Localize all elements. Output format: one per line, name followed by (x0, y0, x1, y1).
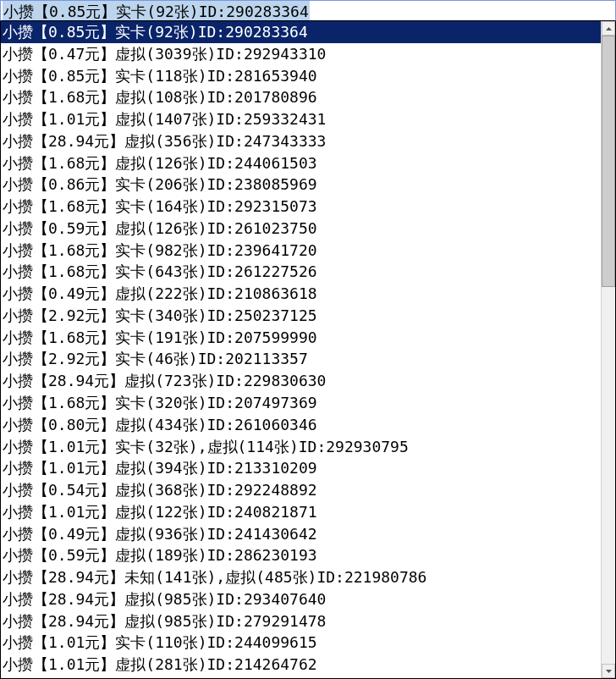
combo-option[interactable]: 小攒【1.01元】实卡(110张)ID:244099615 (1, 632, 601, 654)
combo-option-label: 小攒【1.68元】虚拟(108张)ID:201780896 (3, 88, 317, 106)
combo-option-label: 小攒【28.94元】虚拟(985张)ID:293407640 (3, 590, 326, 608)
combo-option-label: 小攒【1.01元】虚拟(394张)ID:213310209 (3, 459, 317, 477)
combo-option[interactable]: 小攒【1.01元】虚拟(281张)ID:214264762 (1, 654, 601, 676)
combo-option-label: 小攒【0.80元】虚拟(434张)ID:261060346 (3, 416, 317, 433)
combo-option-label: 小攒【0.49元】虚拟(222张)ID:210863618 (3, 284, 317, 302)
combo-option[interactable]: 小攒【0.54元】虚拟(368张)ID:292248892 (1, 479, 601, 501)
combo-option-label: 小攒【1.01元】实卡(110张)ID:244099615 (3, 633, 317, 651)
combo-option-label: 小攒【2.92元】实卡(340张)ID:250237125 (3, 306, 317, 324)
scroll-thumb[interactable] (602, 36, 615, 287)
combo-option-label: 小攒【1.68元】实卡(164张)ID:292315073 (3, 197, 317, 215)
svg-marker-0 (606, 27, 612, 30)
combo-option-label: 小攒【0.85元】实卡(92张)ID:290283364 (3, 23, 308, 41)
combo-option-list[interactable]: 小攒【0.85元】实卡(92张)ID:290283364小攒【0.47元】虚拟(… (1, 21, 601, 678)
combo-option-label: 小攒【1.01元】虚拟(281张)ID:214264762 (3, 655, 317, 673)
svg-marker-1 (606, 670, 612, 673)
scroll-up-button[interactable] (602, 21, 615, 36)
combo-option[interactable]: 小攒【1.68元】实卡(191张)ID:207599990 (1, 327, 601, 349)
combo-option[interactable]: 小攒【1.68元】实卡(164张)ID:292315073 (1, 196, 601, 218)
combo-option[interactable]: 小攒【28.94元】虚拟(985张)ID:279291478 (1, 610, 601, 632)
combo-option[interactable]: 小攒【1.01元】虚拟(394张)ID:213310209 (1, 457, 601, 479)
combo-option[interactable]: 小攒【1.68元】虚拟(108张)ID:201780896 (1, 86, 601, 108)
combo-option-label: 小攒【0.59元】虚拟(126张)ID:261023750 (3, 219, 317, 237)
combo-option-label: 小攒【2.92元】实卡(46张)ID:202113357 (3, 350, 308, 367)
combo-option-label: 小攒【0.49元】虚拟(936张)ID:241430642 (3, 525, 317, 543)
combo-option-label: 小攒【1.01元】虚拟(122张)ID:240821871 (3, 503, 317, 521)
combo-option-label: 小攒【0.59元】虚拟(189张)ID:286230193 (3, 546, 317, 564)
combo-option-label: 小攒【1.68元】实卡(191张)ID:207599990 (3, 328, 317, 346)
combo-option[interactable]: 小攒【0.86元】实卡(206张)ID:238085969 (1, 174, 601, 196)
combo-option[interactable]: 小攒【2.92元】实卡(46张)ID:202113357 (1, 348, 601, 370)
combo-option[interactable]: 小攒【0.49元】虚拟(936张)ID:241430642 (1, 523, 601, 545)
combo-option[interactable]: 小攒【0.47元】虚拟(3039张)ID:292943310 (1, 43, 601, 65)
combo-selected-field[interactable]: 小攒【0.85元】实卡(92张)ID:290283364 (0, 0, 616, 21)
combo-selected-text: 小攒【0.85元】实卡(92张)ID:290283364 (3, 1, 310, 21)
combo-option-label: 小攒【28.94元】虚拟(985张)ID:279291478 (3, 612, 326, 630)
scroll-track[interactable] (602, 36, 615, 664)
combo-option-label: 小攒【28.94元】未知(141张),虚拟(485张)ID:221980786 (3, 568, 426, 586)
scroll-down-button[interactable] (602, 664, 615, 678)
combo-option[interactable]: 小攒【2.92元】实卡(340张)ID:250237125 (1, 305, 601, 327)
combo-option[interactable]: 小攒【1.68元】实卡(643张)ID:261227526 (1, 261, 601, 283)
combo-option-label: 小攒【1.01元】实卡(32张),虚拟(114张)ID:292930795 (3, 438, 409, 455)
combo-option[interactable]: 小攒【28.94元】虚拟(723张)ID:229830630 (1, 370, 601, 392)
combo-option-label: 小攒【0.86元】实卡(206张)ID:238085969 (3, 175, 317, 193)
combo-option[interactable]: 小攒【0.59元】虚拟(189张)ID:286230193 (1, 544, 601, 566)
combo-option-label: 小攒【0.85元】实卡(118张)ID:281653940 (3, 67, 317, 85)
combo-option[interactable]: 小攒【0.85元】实卡(92张)ID:290283364 (1, 21, 601, 43)
combo-option-label: 小攒【0.54元】虚拟(368张)ID:292248892 (3, 481, 317, 499)
combo-option[interactable]: 小攒【1.01元】实卡(32张),虚拟(114张)ID:292930795 (1, 436, 601, 458)
combo-option[interactable]: 小攒【1.68元】实卡(320张)ID:207497369 (1, 392, 601, 414)
combo-option[interactable]: 小攒【28.94元】未知(141张),虚拟(485张)ID:221980786 (1, 566, 601, 588)
chevron-down-icon (606, 670, 612, 673)
dropdown-combobox[interactable]: 小攒【0.85元】实卡(92张)ID:290283364 小攒【0.85元】实卡… (0, 0, 616, 679)
vertical-scrollbar[interactable] (601, 21, 615, 678)
combo-option-label: 小攒【28.94元】虚拟(356张)ID:247343333 (3, 132, 326, 150)
combo-option[interactable]: 小攒【1.68元】虚拟(126张)ID:244061503 (1, 152, 601, 174)
combo-option-label: 小攒【1.01元】虚拟(1407张)ID:259332431 (3, 110, 326, 128)
combo-option[interactable]: 小攒【1.68元】实卡(982张)ID:239641720 (1, 240, 601, 262)
combo-option[interactable]: 小攒【1.01元】虚拟(1407张)ID:259332431 (1, 108, 601, 130)
combo-option-label: 小攒【0.47元】虚拟(3039张)ID:292943310 (3, 45, 326, 63)
combo-option-label: 小攒【1.68元】实卡(320张)ID:207497369 (3, 394, 317, 411)
combo-option-label: 小攒【1.68元】实卡(982张)ID:239641720 (3, 241, 317, 259)
combo-option-label: 小攒【1.68元】实卡(643张)ID:261227526 (3, 262, 317, 280)
combo-option-label: 小攒【1.68元】虚拟(126张)ID:244061503 (3, 154, 317, 172)
combo-option[interactable]: 小攒【28.94元】虚拟(356张)ID:247343333 (1, 130, 601, 152)
combo-option[interactable]: 小攒【0.59元】虚拟(126张)ID:261023750 (1, 218, 601, 240)
combo-option[interactable]: 小攒【0.85元】实卡(118张)ID:281653940 (1, 65, 601, 87)
combo-dropdown-panel: 小攒【0.85元】实卡(92张)ID:290283364小攒【0.47元】虚拟(… (0, 21, 616, 679)
combo-option[interactable]: 小攒【0.80元】虚拟(434张)ID:261060346 (1, 414, 601, 436)
chevron-up-icon (606, 27, 612, 30)
combo-option[interactable]: 小攒【1.01元】虚拟(122张)ID:240821871 (1, 501, 601, 523)
combo-option-label: 小攒【28.94元】虚拟(723张)ID:229830630 (3, 372, 326, 389)
combo-option[interactable]: 小攒【28.94元】虚拟(985张)ID:293407640 (1, 588, 601, 610)
combo-option[interactable]: 小攒【0.49元】虚拟(222张)ID:210863618 (1, 283, 601, 305)
